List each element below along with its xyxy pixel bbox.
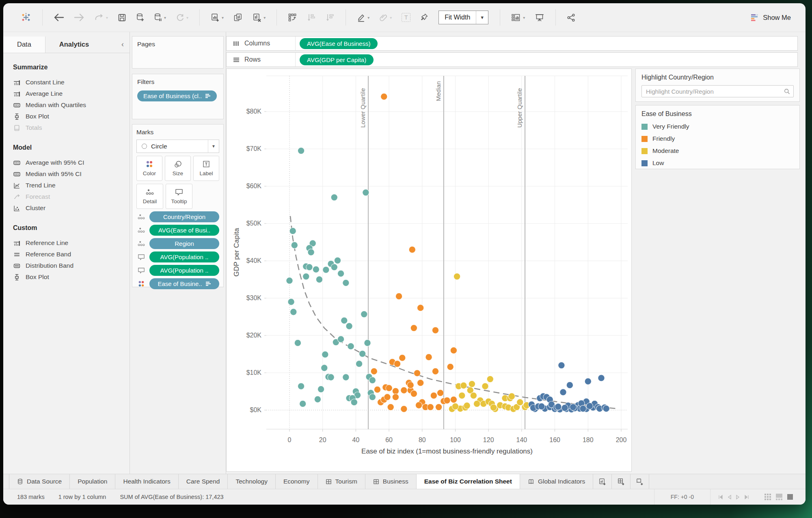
mark-circle[interactable]	[490, 404, 497, 411]
new-sheet-dropdown-caret[interactable]: ▾	[222, 15, 224, 20]
columns-shelf[interactable]: Columns AVG(Ease of Business)	[226, 36, 798, 51]
marks-pill-avg-population-2[interactable]: AVG(Population ..	[149, 265, 219, 276]
show-mark-labels-button[interactable]: T	[399, 11, 413, 24]
previous-sheet-icon[interactable]	[727, 494, 732, 500]
mark-type-caret[interactable]: ▼	[208, 140, 219, 153]
show-tabs-icon[interactable]	[787, 494, 793, 500]
tab-data[interactable]: Data	[3, 37, 45, 53]
mark-circle[interactable]	[308, 249, 314, 256]
mark-circle[interactable]	[334, 257, 341, 264]
mark-circle[interactable]	[359, 350, 366, 357]
mark-circle[interactable]	[410, 390, 417, 397]
scatter-plot-view[interactable]: 020406080100120140160180200$0K$10K$20K$3…	[226, 69, 632, 472]
mark-circle[interactable]	[430, 392, 437, 399]
mark-circle[interactable]	[300, 400, 306, 407]
refresh-dropdown-caret[interactable]: ▾	[186, 15, 188, 20]
mark-circle[interactable]	[369, 394, 376, 400]
mark-circle[interactable]	[603, 405, 609, 412]
save-button[interactable]	[115, 11, 129, 24]
analytics-item-average-line[interactable]: Average Line	[13, 88, 130, 99]
mark-circle[interactable]	[328, 374, 334, 380]
collapse-pane-icon[interactable]: ‹	[121, 40, 124, 49]
cards-dropdown-caret[interactable]: ▾	[523, 15, 525, 20]
analytics-item-trend-line[interactable]: Trend Line	[13, 180, 130, 191]
mark-circle[interactable]	[410, 325, 417, 331]
swap-rows-columns-button[interactable]	[285, 11, 300, 24]
tab-ease-of-biz-correlation-sheet[interactable]: Ease of Biz Correlation Sheet	[417, 474, 520, 489]
mark-circle[interactable]	[323, 267, 329, 273]
mark-circle[interactable]	[585, 378, 591, 385]
mark-circle[interactable]	[508, 393, 515, 400]
mark-circle[interactable]	[459, 392, 465, 399]
mark-circle[interactable]	[288, 299, 294, 305]
highlight-button[interactable]: ▾	[354, 11, 372, 24]
legend-item-very-friendly[interactable]: Very Friendly	[641, 121, 794, 132]
mark-circle[interactable]	[374, 386, 380, 393]
mark-circle[interactable]	[343, 279, 349, 286]
mark-circle[interactable]	[586, 403, 593, 409]
show-me-button[interactable]: Show Me	[751, 14, 791, 21]
analytics-item-box-plot[interactable]: Box Plot	[13, 111, 130, 122]
marks-pill-region[interactable]: Region	[149, 238, 219, 249]
mark-circle[interactable]	[291, 242, 298, 248]
analytics-item-average-95-ci[interactable]: Average with 95% CI	[13, 157, 130, 168]
mark-circle[interactable]	[435, 404, 442, 410]
fit-selector[interactable]: Fit Width ▼	[438, 11, 488, 24]
new-worksheet-tab-button[interactable]	[593, 474, 612, 489]
share-button[interactable]	[564, 11, 578, 24]
mark-circle[interactable]	[331, 264, 337, 270]
filters-card[interactable]: Filters Ease of Business (cl..	[132, 74, 224, 119]
show-hide-cards-button[interactable]: ▾	[508, 11, 528, 24]
filter-pill[interactable]: Ease of Business (cl..	[137, 90, 217, 101]
mark-circle[interactable]	[337, 336, 344, 342]
presentation-mode-button[interactable]	[532, 11, 547, 24]
mark-circle[interactable]	[414, 370, 420, 376]
marks-pill-avg-ease-of-business[interactable]: AVG(Ease of Busi..	[149, 225, 219, 236]
pause-auto-updates-button[interactable]: ▾	[151, 11, 169, 24]
marks-pill-avg-population-1[interactable]: AVG(Population ..	[149, 251, 219, 262]
next-sheet-icon[interactable]	[736, 494, 740, 500]
mark-circle[interactable]	[555, 404, 561, 410]
mark-circle[interactable]	[394, 361, 400, 367]
mark-circle[interactable]	[384, 394, 391, 400]
trend-curve[interactable]	[290, 216, 616, 409]
tab-analytics[interactable]: Analytics	[45, 36, 103, 53]
size-button[interactable]: Size	[165, 156, 191, 181]
mark-circle[interactable]	[346, 323, 352, 329]
duplicate-sheet-button[interactable]	[231, 11, 246, 24]
mark-circle[interactable]	[470, 392, 477, 399]
tooltip-button[interactable]: Tooltip	[166, 184, 192, 209]
mark-circle[interactable]	[432, 327, 438, 333]
color-button[interactable]: Color	[136, 156, 162, 181]
mark-circle[interactable]	[314, 396, 321, 402]
mark-circle[interactable]	[298, 383, 304, 389]
highlight-dropdown-caret[interactable]: ▾	[367, 15, 369, 20]
mark-circle[interactable]	[538, 403, 545, 410]
rows-pill[interactable]: AVG(GDP per Capita)	[300, 54, 374, 65]
show-filmstrip-icon[interactable]	[775, 493, 783, 501]
group-dropdown-caret[interactable]: ▾	[390, 15, 392, 20]
mark-circle[interactable]	[369, 377, 376, 383]
mark-circle[interactable]	[432, 368, 438, 374]
mark-circle[interactable]	[392, 388, 399, 394]
mark-circle[interactable]	[482, 383, 488, 389]
mark-circle[interactable]	[341, 317, 348, 324]
mark-circle[interactable]	[580, 405, 586, 412]
marks-card[interactable]: Marks Circle ▼ Color Size	[132, 124, 224, 287]
mark-circle[interactable]	[306, 264, 313, 270]
highlight-search-input[interactable]	[646, 88, 784, 95]
mark-circle[interactable]	[316, 276, 322, 283]
tab-data-source[interactable]: Data Source	[9, 474, 70, 489]
mark-circle[interactable]	[517, 399, 523, 406]
tab-population[interactable]: Population	[70, 474, 115, 489]
mark-circle[interactable]	[294, 340, 301, 346]
mark-circle[interactable]	[487, 376, 493, 382]
analytics-item-reference-band[interactable]: Reference Band	[13, 249, 130, 260]
tab-care-spend[interactable]: Care Spend	[179, 474, 228, 489]
analytics-item-distribution-band[interactable]: Distribution Band	[13, 260, 130, 271]
analytics-item-median-with-quartiles[interactable]: Median with Quartiles	[13, 99, 130, 111]
tableau-logo-icon[interactable]	[18, 10, 34, 25]
clear-sheet-button[interactable]: ▾	[250, 11, 268, 24]
mark-circle[interactable]	[356, 361, 362, 367]
mark-circle[interactable]	[351, 399, 357, 406]
